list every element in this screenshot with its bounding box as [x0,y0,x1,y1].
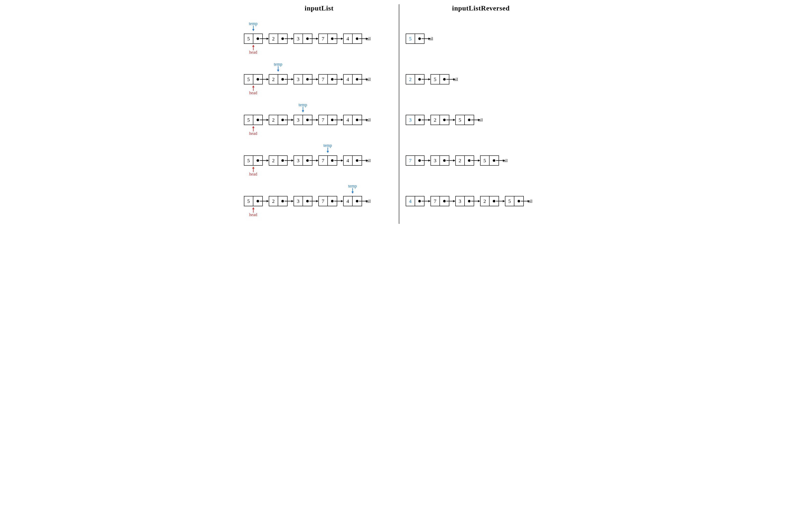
arrow-icon [309,74,319,84]
temp-label: temp [294,102,311,107]
arrow-icon [359,196,368,206]
node-row: 2 5 nil [406,74,458,84]
step-right: 3 2 5 nil [406,102,556,140]
svg-marker-27 [252,85,254,88]
step-right: 5 nil [406,21,556,59]
dot-icon [468,159,471,162]
dot-icon [356,159,358,162]
node-value: 3 [294,75,303,84]
dot-icon [356,78,358,80]
temp-label: temp [319,143,337,148]
svg-marker-71 [428,38,431,40]
node-value: 5 [244,196,253,206]
svg-marker-65 [366,200,368,202]
arrow-icon [496,196,505,206]
arrow-icon [421,115,431,125]
arrow-icon [359,115,368,125]
svg-marker-33 [316,119,319,121]
arrow-icon [334,155,343,166]
node-row: 5 2 3 7 4 nil [244,34,371,44]
head-pointer: head [245,207,262,217]
svg-marker-89 [503,159,505,162]
arrow-icon [285,34,294,44]
svg-marker-49 [341,159,343,162]
svg-marker-69 [252,207,254,209]
arrow-icon [309,155,319,166]
arrow-icon [446,74,455,84]
node-value: 4 [344,75,352,84]
dot-icon [306,37,309,40]
node-row: 4 7 3 2 5 nil [406,196,532,206]
arrow-icon [471,115,480,125]
dot-icon [517,200,520,203]
node-value: 7 [431,196,440,206]
svg-marker-43 [267,159,269,162]
node-value: 2 [456,156,465,165]
node-value: 5 [456,115,465,125]
dot-icon [418,200,421,203]
dot-icon [331,200,333,203]
node-value: 2 [269,115,278,125]
right-title: inputListReversed [406,4,556,12]
svg-marker-93 [453,200,455,202]
arrow-icon [421,74,431,84]
node-value: 7 [319,196,328,206]
node-value: 3 [406,115,415,125]
node-value: 4 [344,34,352,43]
temp-label: temp [270,62,287,67]
arrow-icon [285,74,294,84]
node-value: 2 [269,196,278,206]
arrow-icon [359,34,368,44]
svg-marker-97 [503,200,505,202]
head-pointer: head [245,126,262,136]
dot-icon [257,78,259,80]
head-pointer: head [245,85,262,95]
node-value: 7 [406,156,415,165]
arrow-icon [359,74,368,84]
node-value: 2 [480,196,490,206]
node-value: 5 [244,34,253,43]
temp-pointer: temp [344,184,361,194]
dot-icon [331,78,333,80]
svg-marker-79 [453,119,455,121]
node-value: 7 [319,75,328,84]
dot-icon [257,159,259,162]
node-value: 5 [505,196,514,206]
arrow-icon [309,34,319,44]
dot-icon [306,78,309,80]
svg-marker-45 [291,159,294,162]
step-right: 4 7 3 2 5 nil [406,183,556,222]
head-pointer: head [245,45,262,55]
arrow-icon [471,155,480,166]
node-value: 5 [431,75,440,84]
arrow-icon [260,74,269,84]
svg-marker-73 [428,78,431,80]
temp-pointer: temp [270,62,287,72]
svg-marker-35 [341,119,343,121]
arrow-icon [260,34,269,44]
temp-label: temp [245,21,262,26]
dot-icon [443,78,446,80]
arrow-icon [260,155,269,166]
arrow-icon [334,34,343,44]
dot-icon [468,200,471,203]
node-value: 2 [406,75,415,84]
node-value: 3 [456,196,465,206]
svg-marker-81 [478,119,480,121]
step-left: 5 2 3 7 4 niltemphead [244,142,395,181]
node-value: 4 [344,115,352,125]
input-list-column: inputList 5 2 3 7 4 niltemphead 5 2 3 7 [244,4,399,224]
dot-icon [281,159,284,162]
arrow-icon [421,34,431,44]
dot-icon [468,119,471,121]
step-left: 5 2 3 7 4 niltemphead [244,21,395,59]
dot-icon [281,200,284,203]
arrow-icon [446,115,455,125]
arrow-icon [309,196,319,206]
node-value: 3 [294,115,303,125]
svg-marker-53 [327,151,329,153]
dot-icon [418,37,421,40]
arrow-icon [285,155,294,166]
svg-marker-37 [366,119,368,121]
svg-marker-19 [316,78,319,80]
